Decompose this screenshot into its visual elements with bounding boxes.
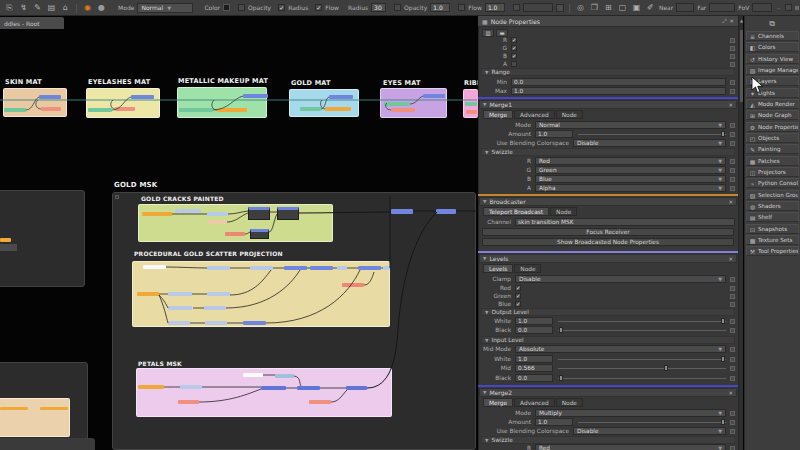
group-box-partial-tan[interactable] [0, 398, 70, 437]
node-partial[interactable] [0, 244, 17, 251]
link-button[interactable] [730, 46, 735, 51]
tab-advanced[interactable]: Advanced [514, 110, 555, 119]
clamp-dropdown[interactable]: Disable▼ [515, 275, 726, 283]
output-white-input[interactable]: 1.0 [515, 317, 553, 325]
group-label-skin-mat[interactable]: SKIN MAT [5, 78, 42, 86]
close-panel-icon[interactable]: ✕ [729, 18, 734, 25]
sidebar-item-selection-groups[interactable]: ▧Selection Groups [746, 190, 799, 200]
group-box-metallic-makeup-mat[interactable] [177, 87, 267, 118]
color-swatch[interactable] [223, 4, 230, 11]
merge2-blend-dropdown[interactable]: Disable▼ [573, 427, 726, 435]
link-button[interactable] [730, 277, 735, 282]
merge2-mode-dropdown[interactable]: Multiply▼ [535, 409, 726, 417]
tab-node[interactable]: Node [556, 110, 583, 119]
node-bar[interactable] [0, 238, 11, 242]
sidebar-item-node-graph[interactable]: ⊞Node Graph [746, 110, 799, 120]
round-brush-icon[interactable]: ● [96, 2, 107, 13]
sidebar-item-patches[interactable]: ▦Patches [746, 156, 799, 166]
radius-input[interactable]: 30 [371, 3, 386, 12]
grid-icon[interactable]: ⊞ [603, 2, 614, 13]
merge-mode-dropdown[interactable]: Normal▼ [535, 121, 726, 129]
vector-tool-icon[interactable]: ↯ [18, 2, 29, 13]
channel-a-checkbox[interactable] [511, 61, 517, 67]
tab-node[interactable]: Node [514, 264, 541, 273]
node-bar[interactable] [243, 321, 266, 325]
amount-slider[interactable] [578, 130, 726, 138]
float-panel-icon[interactable]: ⤢ [722, 18, 726, 25]
opacity-jitter-checkbox[interactable] [238, 4, 245, 11]
sidebar-item-image-manager[interactable]: ▨Image Manager [746, 65, 799, 75]
node-bar[interactable] [115, 107, 135, 111]
fov-input[interactable] [752, 3, 772, 12]
node-bar[interactable] [204, 306, 226, 310]
node-bar[interactable] [423, 94, 445, 98]
node-bar[interactable] [309, 400, 331, 404]
node-bar[interactable] [131, 95, 154, 99]
show-broadcasted-button[interactable]: Show Broadcasted Node Properties [482, 238, 734, 246]
node-bar[interactable] [168, 321, 190, 325]
panel-scrollbar[interactable]: ▲ [738, 16, 743, 450]
link-button[interactable] [730, 347, 735, 352]
red-checkbox[interactable]: ✓ [515, 285, 521, 291]
group-label-eyelashes-mat[interactable]: EYELASHES MAT [88, 78, 150, 86]
node-bar[interactable] [310, 266, 333, 270]
node-bar[interactable] [175, 209, 201, 213]
sidebar-item-texture-sets[interactable]: ▩Texture Sets [746, 235, 799, 245]
node-bar[interactable] [383, 266, 390, 270]
link-button[interactable] [730, 446, 735, 450]
node-bar[interactable] [346, 386, 367, 390]
link-button[interactable] [730, 366, 735, 371]
sidebar-item-shaders[interactable]: ◍Shaders [746, 201, 799, 211]
group-expander-icon[interactable] [115, 195, 119, 199]
tab-node[interactable]: Node [550, 207, 577, 216]
node-bar[interactable] [325, 107, 351, 111]
node-bar[interactable] [39, 95, 61, 99]
link-button[interactable] [730, 186, 735, 191]
group-label-eyes-mat[interactable]: EYES MAT [383, 79, 421, 87]
link-button[interactable] [730, 429, 735, 434]
node-bar[interactable] [391, 209, 413, 214]
link-button[interactable] [730, 89, 735, 94]
sidebar-item-lights[interactable]: ✦Lights [746, 88, 799, 98]
gizmo-node[interactable] [250, 229, 269, 239]
node-bar[interactable] [391, 108, 415, 112]
node-bar[interactable] [142, 212, 172, 216]
channel-r-checkbox[interactable]: ✓ [511, 37, 517, 43]
clip-checkbox[interactable] [785, 4, 792, 11]
tab-merge[interactable]: Merge [483, 398, 513, 407]
group-label-gold-msk[interactable]: GOLD MSK [114, 181, 157, 189]
near-input[interactable] [676, 3, 694, 12]
focus-receiver-button[interactable]: Focus Receiver [482, 228, 734, 236]
node-bar[interactable] [436, 209, 456, 214]
output-black-input[interactable]: 0.0 [515, 326, 553, 334]
close-section-icon[interactable]: ✕ [728, 102, 733, 108]
link-button[interactable] [730, 294, 735, 299]
input-level-section-header[interactable]: ▼Input Level [481, 336, 735, 344]
merge1-section-header[interactable]: ▼Merge1✕ [479, 100, 737, 109]
node-bar[interactable] [243, 373, 263, 377]
node-bar[interactable] [207, 292, 230, 296]
input-mid-input[interactable]: 0.566 [515, 364, 553, 372]
node-bar[interactable] [137, 292, 159, 296]
channel-b-checkbox[interactable]: ✓ [511, 53, 517, 59]
output-level-section-header[interactable]: ▼Output Level [481, 308, 735, 316]
flow-lock-checkbox[interactable] [458, 4, 465, 11]
tab-teleport-broadcast[interactable]: Teleport Broadcast [483, 207, 549, 216]
clone-stamp-tool-icon[interactable]: ⎘ [4, 2, 15, 13]
page-icon[interactable]: ▢ [617, 2, 628, 13]
levels-section-header[interactable]: ▼Levels✕ [479, 254, 737, 263]
radius-jitter-checkbox[interactable]: ✓ [278, 4, 285, 11]
node-bar[interactable] [207, 212, 228, 216]
tab-merge[interactable]: Merge [483, 110, 513, 119]
sidebar-item-snapshots[interactable]: ⊡Snapshots [746, 224, 799, 234]
link-button[interactable] [730, 357, 735, 362]
input-mid-slider[interactable] [558, 364, 726, 372]
broadcaster-section-header[interactable]: ▼Broadcaster✕ [479, 197, 737, 206]
node-bar[interactable] [168, 306, 192, 310]
close-section-icon[interactable]: ✕ [728, 390, 733, 396]
small-toolbar-button[interactable] [556, 4, 564, 12]
sidebar-item-channels[interactable]: ≡Channels [746, 31, 799, 41]
link-button[interactable] [730, 38, 735, 43]
copy-icon[interactable]: ❐ [589, 2, 600, 13]
link-button[interactable] [730, 177, 735, 182]
